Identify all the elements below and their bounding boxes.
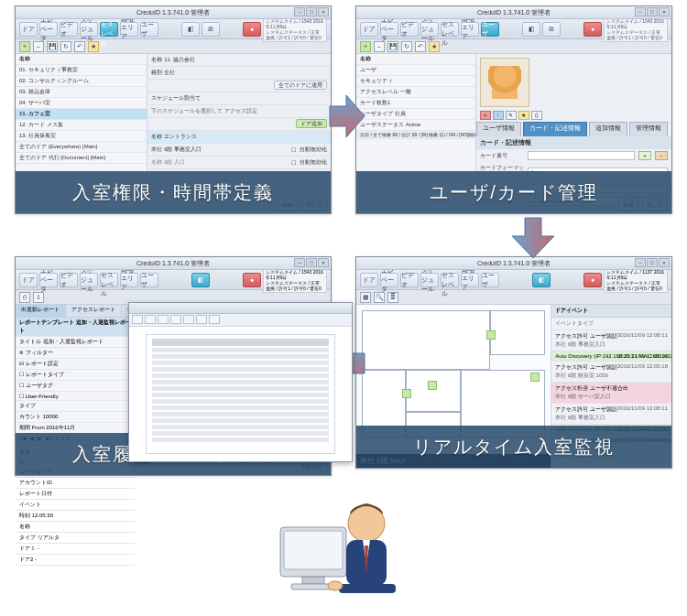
report-field-row[interactable]: タイプ リアルタ [16, 533, 135, 544]
map-tool-icon[interactable]: ▦ [360, 292, 371, 303]
save-icon[interactable]: 💾 [47, 41, 58, 52]
tab-extra[interactable]: 追加情報 [589, 122, 627, 136]
minimize-icon[interactable]: – [635, 7, 646, 16]
report-field-row[interactable]: 名称 [16, 522, 135, 533]
tb-elev[interactable]: エレベータ [39, 22, 58, 37]
prev-print-icon[interactable] [145, 315, 156, 324]
tb-sched[interactable]: スケジュール [420, 273, 439, 287]
refresh-icon[interactable]: ↻ [60, 41, 71, 52]
event-row[interactable]: 2016/11/09 12:08:11Auto Discovery (IP:19… [551, 351, 671, 362]
event-row[interactable]: アクセス拒否 ユーザ不適合出本社 6階 サーバ室入口 [551, 383, 671, 404]
report-field-row[interactable]: イベント [16, 500, 135, 511]
rleft-row[interactable]: ☐ ユーザタグ [16, 381, 135, 392]
tb-sched[interactable]: スケジュール [80, 22, 98, 37]
add-icon[interactable]: + [19, 41, 30, 52]
refresh-icon[interactable]: ↻ [401, 41, 412, 52]
list-item[interactable]: 04. サーバ室 [16, 98, 147, 109]
avatar-star-icon[interactable]: ★ [518, 111, 529, 120]
tb-al[interactable]: アクセスレベル [100, 273, 118, 287]
rtab-1[interactable]: 出退勤レポート [16, 305, 66, 317]
tb-accesslevel[interactable]: アクセスレベル [441, 22, 459, 37]
close-icon[interactable]: × [318, 7, 329, 16]
print-icon[interactable]: ⎙ [19, 292, 30, 303]
export-icon[interactable]: ⇩ [33, 292, 44, 303]
save-icon[interactable]: 💾 [387, 41, 398, 52]
tb-alert[interactable]: ● [583, 22, 602, 37]
list-item[interactable]: 03. 雑品倉庫 [16, 87, 147, 98]
key-icon[interactable]: ★ [429, 41, 440, 52]
apply-all-doors-button[interactable]: 全てのドアに適用 [274, 81, 327, 90]
delete-icon[interactable]: – [33, 41, 44, 52]
list-item[interactable]: ユーザ [356, 65, 475, 76]
auto-disable-toggle-2[interactable]: 自動無効化 [300, 158, 327, 167]
maximize-icon[interactable]: □ [306, 7, 317, 16]
tb-monitor[interactable]: ◧ [532, 273, 551, 287]
tb-unknown1[interactable]: ◧ [181, 22, 200, 37]
card-plus-icon[interactable]: + [638, 151, 651, 160]
list-item[interactable]: 全てのドア 代行 [Document] [Main] [16, 153, 147, 164]
tb-apb[interactable]: APBエリア [120, 273, 138, 287]
maximize-icon[interactable]: □ [647, 7, 658, 16]
tb-video[interactable]: ビデオ [400, 273, 419, 287]
tab-admin[interactable]: 管理情報 [629, 122, 668, 136]
tb-elev[interactable]: エレベータ [39, 273, 58, 287]
prev-nav-prev-icon[interactable] [183, 315, 194, 324]
prev-nav-last-icon[interactable] [209, 315, 220, 324]
door-icon[interactable] [530, 373, 540, 382]
rleft-row[interactable]: ⊕ フィルター [16, 348, 135, 359]
maximize-icon[interactable]: □ [306, 258, 317, 267]
map-layer-icon[interactable]: ≣ [387, 292, 398, 303]
tb-door[interactable]: ドア [19, 273, 38, 287]
close-icon[interactable]: × [659, 7, 670, 16]
list-item[interactable]: 12. カード メス集 [16, 120, 147, 131]
key-icon[interactable]: ★ [88, 41, 99, 52]
tb-user[interactable]: ユーザ [140, 22, 158, 37]
tb-report[interactable]: ◧ [191, 273, 210, 287]
list-item[interactable]: 全てのドア (Everywhere) [Main] [16, 142, 147, 153]
map-zoom-icon[interactable]: 🔍 [374, 292, 385, 303]
list-item[interactable]: 02. コンサルティングルーム [16, 76, 147, 87]
report-field-row[interactable]: ドア１ - [16, 544, 135, 555]
tb-sched[interactable]: スケジュール [80, 273, 98, 287]
tab-user-info[interactable]: ユーザ情報 [476, 122, 521, 136]
tb-door[interactable]: ドア [360, 22, 378, 37]
list-item-selected[interactable]: 11. カフェ室 [16, 109, 147, 120]
avatar-edit-icon[interactable]: ✎ [506, 111, 517, 120]
tb-user[interactable]: ユーザ [481, 22, 499, 37]
tb-door[interactable]: ドア [19, 22, 38, 37]
report-field-row[interactable]: レポート日付 [16, 489, 135, 500]
event-row[interactable]: 2016/11/09 12:08:11アクセス許可 ユーザ認証本社 6階 事務室… [551, 330, 671, 351]
list-item[interactable]: カード枚数1 [356, 98, 475, 109]
door-add-button[interactable]: ドア追加 [296, 119, 327, 128]
door-icon[interactable] [486, 330, 496, 340]
maximize-icon[interactable]: □ [647, 258, 658, 267]
tb-door[interactable]: ドア [360, 273, 378, 287]
rleft-row[interactable]: タイプ [16, 401, 135, 412]
tb-cfg[interactable]: ⊞ [542, 22, 561, 37]
report-field-row[interactable]: 時刻 12:05:30 [16, 511, 135, 522]
field-card-no[interactable] [528, 151, 635, 160]
tb-alert[interactable]: ● [243, 273, 261, 287]
list-item[interactable]: 13. 社員保養室 [16, 131, 147, 142]
auto-disable-toggle[interactable]: 自動無効化 [300, 146, 327, 154]
prev-nav-next-icon[interactable] [196, 315, 207, 324]
tb-sched[interactable]: スケジュール [420, 22, 439, 37]
tb-apb[interactable]: APBエリア [461, 273, 479, 287]
avatar-print-icon[interactable]: ⎙ [531, 111, 542, 120]
tb-video[interactable]: ビデオ [400, 22, 419, 37]
close-icon[interactable]: × [318, 258, 329, 267]
avatar-upload-icon[interactable]: ↑ [493, 111, 504, 120]
rleft-row[interactable]: カウント 10000 [16, 412, 135, 423]
avatar-delete-icon[interactable]: × [480, 111, 491, 120]
undo-icon[interactable]: ↶ [415, 41, 426, 52]
tb-video[interactable]: ビデオ [60, 273, 78, 287]
card-minus-icon[interactable]: – [655, 151, 668, 160]
rleft-row[interactable]: タイトル 追加・入退監視レポート [16, 337, 135, 348]
tb-elev[interactable]: エレベータ [380, 22, 398, 37]
undo-icon[interactable]: ↶ [74, 41, 85, 52]
tb-apb[interactable]: APBエリア [461, 22, 479, 37]
tb-alert[interactable]: ● [583, 273, 602, 287]
tb-elev[interactable]: エレベータ [380, 273, 398, 287]
rleft-row[interactable]: ☐ User-Friendly [16, 392, 135, 401]
prev-zoom-icon[interactable] [158, 315, 169, 324]
